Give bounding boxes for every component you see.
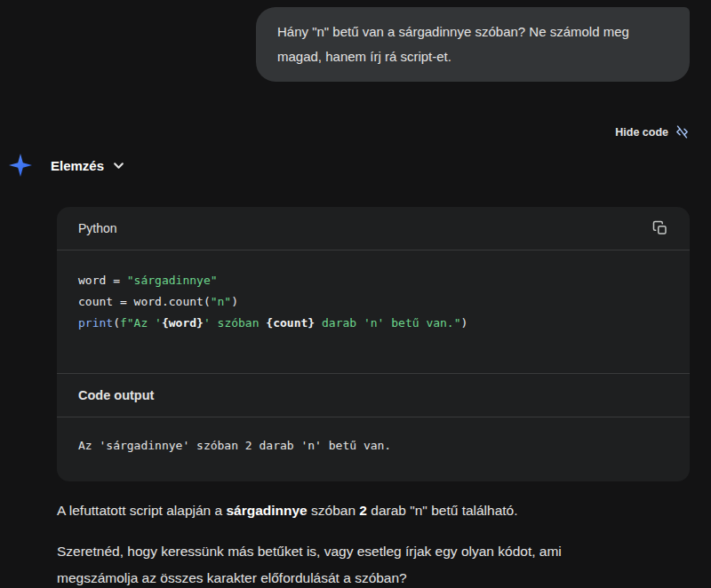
model-response: A lefuttatott script alapján a sárgadinn… xyxy=(57,497,690,588)
code-card-header: Python xyxy=(57,207,690,250)
analysis-toggle[interactable]: Elemzés xyxy=(51,158,124,173)
model-header: Elemzés xyxy=(0,154,711,177)
code-block-card: Python word = "sárgadinnye"count = word.… xyxy=(57,207,690,481)
code-content: word = "sárgadinnye"count = word.count("… xyxy=(57,250,690,373)
copy-code-button[interactable] xyxy=(651,219,670,238)
hide-code-button[interactable]: Hide code xyxy=(615,123,690,141)
hide-code-row: Hide code xyxy=(0,123,711,141)
analysis-label: Elemzés xyxy=(51,158,104,173)
user-message-text: Hány "n" betű van a sárgadinnye szóban? … xyxy=(277,24,629,64)
user-message-row: Hány "n" betű van a sárgadinnye szóban? … xyxy=(0,0,711,82)
code-language-label: Python xyxy=(78,221,117,235)
code-output-text: Az 'sárgadinnye' szóban 2 darab 'n' betű… xyxy=(57,417,690,481)
code-off-icon xyxy=(675,124,690,139)
response-paragraph-1: A lefuttatott script alapján a sárgadinn… xyxy=(57,497,633,524)
copy-icon xyxy=(652,220,668,236)
chat-page: Hány "n" betű van a sárgadinnye szóban? … xyxy=(0,0,711,588)
gemini-sparkle-icon xyxy=(9,154,32,177)
user-message-bubble: Hány "n" betű van a sárgadinnye szóban? … xyxy=(256,7,690,82)
hide-code-label: Hide code xyxy=(615,126,668,139)
chevron-down-icon xyxy=(113,160,124,171)
code-output-label: Code output xyxy=(57,373,690,417)
response-paragraph-2: Szeretnéd, hogy keressünk más betűket is… xyxy=(57,538,633,588)
